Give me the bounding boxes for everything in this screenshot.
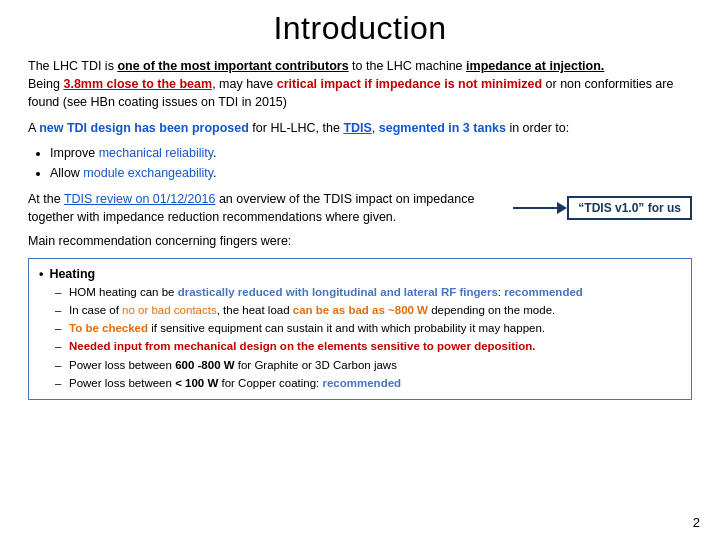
sub5-t1: Power loss between <box>69 359 175 371</box>
page-number: 2 <box>693 515 700 530</box>
paragraph-1: The LHC TDI is one of the most important… <box>28 57 692 111</box>
sub6-t4: recommended <box>322 377 401 389</box>
list-item: Power loss between 600 -800 W for Graphi… <box>55 357 679 373</box>
box-bullet-label: Heating <box>49 267 95 281</box>
bullet2-text1: Allow <box>50 166 83 180</box>
para2-text1: A <box>28 121 39 135</box>
para1-text1: The LHC TDI is <box>28 59 117 73</box>
list-item: Allow module exchangeability. <box>50 164 692 182</box>
list-item: Power loss between < 100 W for Copper co… <box>55 375 679 391</box>
paragraph-4: Main recommendation concerning fingers w… <box>28 232 692 250</box>
sub5-t2: 600 -800 W <box>175 359 234 371</box>
list-item: HOM heating can be drastically reduced w… <box>55 284 679 300</box>
sub3-t1: To be checked <box>69 322 148 334</box>
para1-text6: 3.8mm close to the beam <box>63 77 212 91</box>
list-item: Improve mechanical reliability. <box>50 144 692 162</box>
para1-text4: impedance at injection. <box>466 59 604 73</box>
bullet1-text1: Improve <box>50 146 99 160</box>
bullet-list: Improve mechanical reliability. Allow mo… <box>50 144 692 182</box>
sub2-t4: can be as bad as ~800 W <box>293 304 428 316</box>
para3-link: TDIS review on 01/12/2016 <box>64 192 215 206</box>
sub6-t2: < 100 W <box>175 377 218 389</box>
sub5-t3: for Graphite or 3D Carbon jaws <box>235 359 397 371</box>
callout-box: “TDIS v1.0” for us <box>567 196 692 220</box>
sub3-t2: if sensitive equipment can sustain it an… <box>148 322 545 334</box>
para3-before: At the <box>28 192 64 206</box>
bullet-dot: • <box>39 267 43 281</box>
para1-text3: to the LHC machine <box>349 59 466 73</box>
slide-title: Introduction <box>28 10 692 47</box>
sub6-t1: Power loss between <box>69 377 175 389</box>
slide-page: Introduction The LHC TDI is one of the m… <box>0 0 720 540</box>
sub1-t1: HOM heating can be <box>69 286 178 298</box>
list-item: In case of no or bad contacts, the heat … <box>55 302 679 318</box>
para2-text6: segmented in 3 tanks <box>379 121 506 135</box>
paragraph-2: A new TDI design has been proposed for H… <box>28 119 692 137</box>
bullet1-dot: . <box>213 146 216 160</box>
box-section: • Heating HOM heating can be drastically… <box>28 258 692 400</box>
para2-text3: for HL-LHC, the <box>249 121 343 135</box>
bullet1-text2: mechanical reliability <box>99 146 213 160</box>
annotation-row: At the TDIS review on 01/12/2016 an over… <box>28 190 692 226</box>
para2-text5: , <box>372 121 379 135</box>
sub2-t1: In case of <box>69 304 122 316</box>
list-item: To be checked if sensitive equipment can… <box>55 320 679 336</box>
sub1-t2: drastically reduced with longitudinal an… <box>178 286 498 298</box>
sub2-t2: no or bad contacts <box>122 304 217 316</box>
para2-text7: in order to: <box>506 121 569 135</box>
list-item: Needed input from mechanical design on t… <box>55 338 679 354</box>
box-bullet-main: • Heating <box>39 267 679 281</box>
para1-text8: critical impact if impedance is not mini… <box>277 77 542 91</box>
sub1-t4: recommended <box>504 286 583 298</box>
bullet2-text2: module exchangeability <box>83 166 213 180</box>
para2-text2: new TDI design has been proposed <box>39 121 249 135</box>
para1-text7: , may have <box>212 77 277 91</box>
para3-text: At the TDIS review on 01/12/2016 an over… <box>28 190 505 226</box>
para4-text: Main recommendation concerning fingers w… <box>28 234 291 248</box>
sub2-t5: depending on the mode. <box>428 304 555 316</box>
sub-bullet-list: HOM heating can be drastically reduced w… <box>55 284 679 391</box>
sub4-t1: Needed input from mechanical design on t… <box>69 340 535 352</box>
bullet2-dot: . <box>213 166 216 180</box>
para1-text5: Being <box>28 77 63 91</box>
para1-text2: one of the most important contributors <box>117 59 348 73</box>
para2-text4: TDIS <box>343 121 371 135</box>
arrow-icon <box>513 198 567 218</box>
sub2-t3: , the heat load <box>217 304 293 316</box>
callout-group: “TDIS v1.0” for us <box>513 196 692 220</box>
sub6-t3: for Copper coating: <box>218 377 322 389</box>
